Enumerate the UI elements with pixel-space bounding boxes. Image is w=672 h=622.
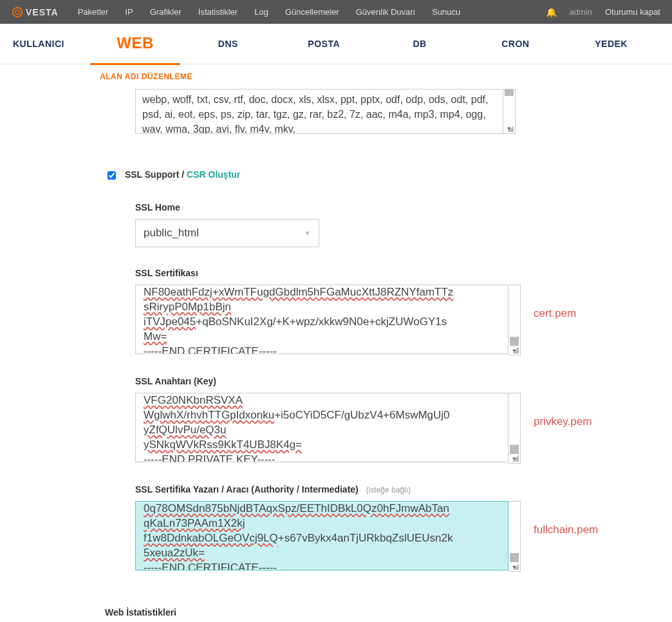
ssl-support-label: SSL Support / — [125, 169, 187, 180]
extensions-textarea[interactable]: webp, woff, txt, csv, rtf, doc, docx, xl… — [135, 89, 503, 134]
csr-link[interactable]: CSR Oluştur — [187, 169, 240, 180]
auth-side-label: fullchain.pem — [534, 523, 598, 536]
ssl-support-checkbox[interactable] — [107, 171, 116, 180]
logo[interactable]: VESTA — [12, 6, 59, 18]
nav-cron[interactable]: CRON — [467, 39, 563, 49]
nav-yedek[interactable]: YEDEK — [563, 39, 659, 49]
brand-text: VESTA — [26, 7, 59, 17]
top-menu-guncellemeler[interactable]: Güncellemeler — [285, 7, 339, 17]
sub-nav[interactable]: ALAN ADI DÜZENLEME — [0, 64, 672, 89]
top-menu: Paketler IP Grafikler İstatistikler Log … — [78, 7, 461, 17]
ssl-cert-textarea[interactable]: NF80eathFdzj+xWmTFugdGbdlm5hFGaMucXttJ8R… — [135, 285, 509, 354]
main-nav: KULLANICI WEB DNS POSTA DB CRON YEDEK — [0, 24, 672, 64]
cert-side-label: cert.pem — [534, 307, 576, 320]
scrollbar[interactable]: ▼ — [509, 501, 521, 572]
top-menu-grafikler[interactable]: Grafikler — [150, 7, 182, 17]
ssl-home-select[interactable]: public_html ▼ — [135, 219, 319, 247]
top-menu-guvenlik[interactable]: Güvenlik Duvarı — [356, 7, 415, 17]
logout-link[interactable]: Oturumu kapat — [605, 7, 660, 17]
svg-point-0 — [13, 7, 22, 16]
top-bar: VESTA Paketler IP Grafikler İstatistikle… — [0, 0, 672, 24]
svg-point-1 — [15, 10, 19, 14]
ssl-cert-label: SSL Sertifikası — [135, 268, 672, 278]
nav-db[interactable]: DB — [372, 39, 468, 49]
ssl-support-row: SSL Support / CSR Oluştur — [105, 169, 672, 182]
bell-icon[interactable]: 🔔 — [546, 7, 557, 17]
ssl-home-value: public_html — [144, 227, 199, 240]
top-menu-sunucu[interactable]: Sunucu — [432, 7, 460, 17]
top-menu-istatistikler[interactable]: İstatistikler — [198, 7, 238, 17]
nav-web[interactable]: WEB — [90, 23, 180, 65]
nav-dns[interactable]: DNS — [180, 39, 276, 49]
ssl-auth-textarea[interactable]: 0q78OMSdn875bNjdBTAqxSpz/EEThIDBkL0Qz0hF… — [135, 501, 509, 570]
chevron-down-icon: ▼ — [304, 229, 311, 237]
logo-icon — [12, 6, 23, 18]
ssl-home-label: SSL Home — [135, 202, 672, 212]
ssl-key-textarea[interactable]: VFG20NKbnRSVXAWglwhX/rhvhTTGpIdxonku+i5o… — [135, 393, 509, 462]
admin-link[interactable]: admin — [570, 7, 592, 17]
top-menu-ip[interactable]: IP — [125, 7, 133, 17]
nav-kullanici[interactable]: KULLANICI — [13, 39, 90, 49]
ssl-auth-label: SSL Sertifika Yazarı / Aracı (Authority … — [135, 484, 672, 495]
top-menu-paketler[interactable]: Paketler — [78, 7, 109, 17]
ssl-key-label: SSL Anahtarı (Key) — [135, 376, 672, 386]
optional-hint: (isteğe bağlı) — [366, 485, 411, 495]
web-stats-label: Web İstatistikleri — [105, 607, 672, 617]
scrollbar[interactable]: ▼ — [503, 89, 516, 134]
top-menu-log[interactable]: Log — [254, 7, 268, 17]
scrollbar[interactable]: ▼ — [509, 393, 521, 464]
scrollbar[interactable]: ▼ — [509, 285, 521, 355]
key-side-label: privkey.pem — [534, 415, 592, 428]
nav-posta[interactable]: POSTA — [276, 39, 372, 49]
